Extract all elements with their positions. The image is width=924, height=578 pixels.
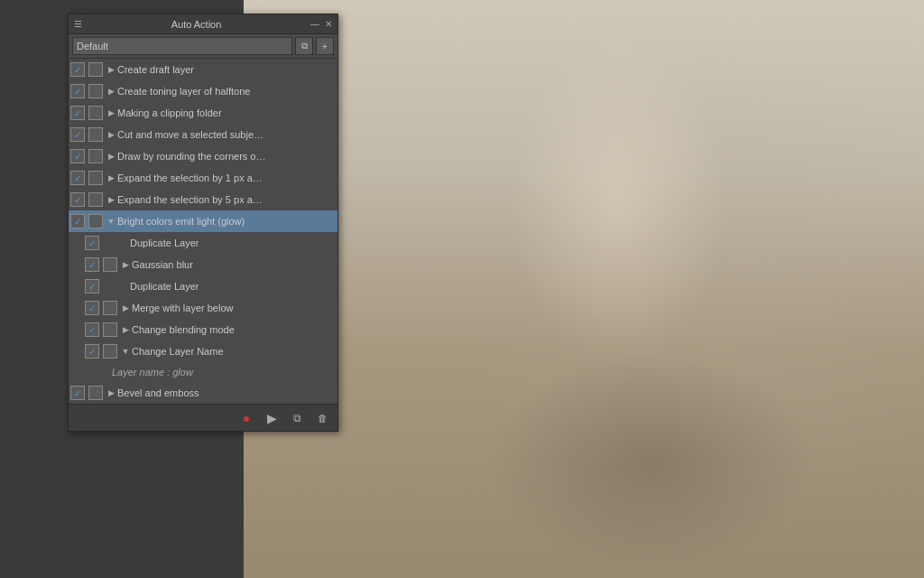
- panel-toolbar: Default Custom ⧉ +: [69, 34, 337, 59]
- checkbox2-3[interactable]: [88, 106, 103, 120]
- checkbox2-2[interactable]: [88, 84, 103, 98]
- checkbox-16[interactable]: [70, 386, 85, 400]
- checkbox2-4[interactable]: [88, 127, 103, 142]
- checkbox-11[interactable]: [85, 279, 99, 294]
- expand-16[interactable]: ▶: [105, 387, 117, 399]
- checkbox2-16[interactable]: [88, 386, 103, 400]
- item-label-14: Change Layer Name: [132, 346, 224, 357]
- item-label-16: Bevel and emboss: [117, 387, 199, 398]
- item-label-8: Bright colors emit light (glow): [117, 216, 245, 227]
- copy-button[interactable]: ⧉: [289, 410, 305, 426]
- item-label-6: Expand the selection by 1 px a…: [117, 172, 263, 183]
- copy-preset-button[interactable]: ⧉: [295, 37, 313, 55]
- list-item-highlighted[interactable]: ▼ Bright colors emit light (glow): [69, 210, 337, 232]
- checkbox2-5[interactable]: [88, 149, 103, 163]
- item-label-2: Create toning layer of halftone: [117, 86, 250, 97]
- checkbox2-10[interactable]: [103, 257, 117, 272]
- expand-7[interactable]: ▶: [105, 193, 117, 206]
- item-label-7: Expand the selection by 5 px a…: [117, 194, 263, 205]
- checkbox-3[interactable]: [70, 106, 85, 120]
- list-item[interactable]: ▶ Change blending mode: [69, 319, 337, 340]
- checkbox-12[interactable]: [85, 301, 99, 315]
- new-preset-button[interactable]: +: [316, 37, 334, 55]
- action-list: ▶ Create draft layer ▶ Create toning lay…: [69, 59, 337, 404]
- checkbox2-7[interactable]: [88, 192, 103, 207]
- expand-5[interactable]: ▶: [105, 150, 117, 163]
- checkbox2-6[interactable]: [88, 171, 103, 185]
- item-label-1: Create draft layer: [117, 64, 194, 75]
- checkbox-1[interactable]: [70, 62, 85, 77]
- checkbox2-1[interactable]: [88, 62, 103, 77]
- checkbox2-13[interactable]: [103, 322, 117, 337]
- expand-14[interactable]: ▼: [119, 345, 132, 358]
- checkbox-14[interactable]: [85, 344, 99, 359]
- character-overlay: [244, 0, 924, 578]
- checkbox2-14[interactable]: [103, 344, 117, 359]
- panel-title: Auto Action: [82, 19, 310, 30]
- play-button[interactable]: ▶: [263, 410, 280, 426]
- item-label-3: Making a clipping folder: [117, 107, 222, 118]
- list-item[interactable]: ▶ Expand the selection by 1 px a…: [69, 167, 337, 189]
- expand-8[interactable]: ▼: [105, 215, 117, 228]
- layer-name-text: Layer name : glow: [112, 367, 193, 378]
- expand-6[interactable]: ▶: [105, 172, 117, 184]
- checkbox-7[interactable]: [70, 192, 85, 207]
- item-label-4: Cut and move a selected subje…: [117, 129, 263, 140]
- panel-titlebar: ☰ Auto Action — ✕: [69, 14, 337, 34]
- minimize-icon[interactable]: —: [310, 19, 319, 29]
- title-icons: — ✕: [310, 19, 332, 29]
- close-icon[interactable]: ✕: [325, 19, 332, 29]
- list-item[interactable]: ▶ Merge with layer below: [69, 297, 337, 319]
- expand-13[interactable]: ▶: [119, 323, 132, 336]
- auto-action-panel: ☰ Auto Action — ✕ Default Custom ⧉ + ▶ C…: [68, 14, 338, 432]
- item-label-5: Draw by rounding the corners o…: [117, 151, 265, 162]
- checkbox-10[interactable]: [85, 257, 99, 272]
- list-item[interactable]: ▶ Create draft layer: [69, 59, 337, 80]
- list-item[interactable]: ▶ Making a clipping folder: [69, 102, 337, 124]
- main-image-area: [244, 0, 924, 578]
- expand-10[interactable]: ▶: [119, 258, 132, 271]
- checkbox-4[interactable]: [70, 127, 85, 142]
- panel-bottom-toolbar: ● ▶ ⧉ 🗑: [69, 404, 337, 431]
- list-item[interactable]: ▼ Change Layer Name: [69, 340, 337, 362]
- layer-name-info: Layer name : glow: [69, 362, 337, 382]
- expand-3[interactable]: ▶: [105, 107, 117, 119]
- expand-1[interactable]: ▶: [105, 63, 117, 76]
- list-item[interactable]: ▶ Create toning layer of halftone: [69, 80, 337, 102]
- list-item[interactable]: ▶ Gaussian blur: [69, 254, 337, 275]
- checkbox-6[interactable]: [70, 171, 85, 185]
- expand-12[interactable]: ▶: [119, 302, 132, 314]
- checkbox-2[interactable]: [70, 84, 85, 98]
- item-label-10: Gaussian blur: [132, 259, 193, 270]
- item-label-12: Merge with layer below: [132, 303, 234, 313]
- expand-4[interactable]: ▶: [105, 128, 117, 141]
- item-label-13: Change blending mode: [132, 324, 235, 335]
- expand-2[interactable]: ▶: [105, 85, 117, 98]
- item-label-9: Duplicate Layer: [130, 238, 199, 248]
- list-item[interactable]: ▶ Cut and move a selected subje…: [69, 124, 337, 145]
- checkbox2-8[interactable]: [88, 214, 103, 228]
- list-item[interactable]: ▶ Bevel and emboss: [69, 382, 337, 404]
- list-item[interactable]: Duplicate Layer: [69, 232, 337, 254]
- list-item[interactable]: Duplicate Layer: [69, 275, 337, 297]
- checkbox-5[interactable]: [70, 149, 85, 163]
- checkbox-13[interactable]: [85, 322, 99, 337]
- list-item[interactable]: ▶ Expand the selection by 5 px a…: [69, 189, 337, 210]
- checkbox2-12[interactable]: [103, 301, 117, 315]
- record-button[interactable]: ●: [238, 410, 254, 426]
- checkbox-8[interactable]: [70, 214, 85, 228]
- item-label-11: Duplicate Layer: [130, 281, 199, 292]
- checkbox-9[interactable]: [85, 236, 99, 250]
- delete-button[interactable]: 🗑: [314, 410, 330, 426]
- hamburger-icon[interactable]: ☰: [74, 19, 82, 29]
- list-item[interactable]: ▶ Draw by rounding the corners o…: [69, 145, 337, 167]
- preset-dropdown[interactable]: Default Custom: [72, 37, 292, 55]
